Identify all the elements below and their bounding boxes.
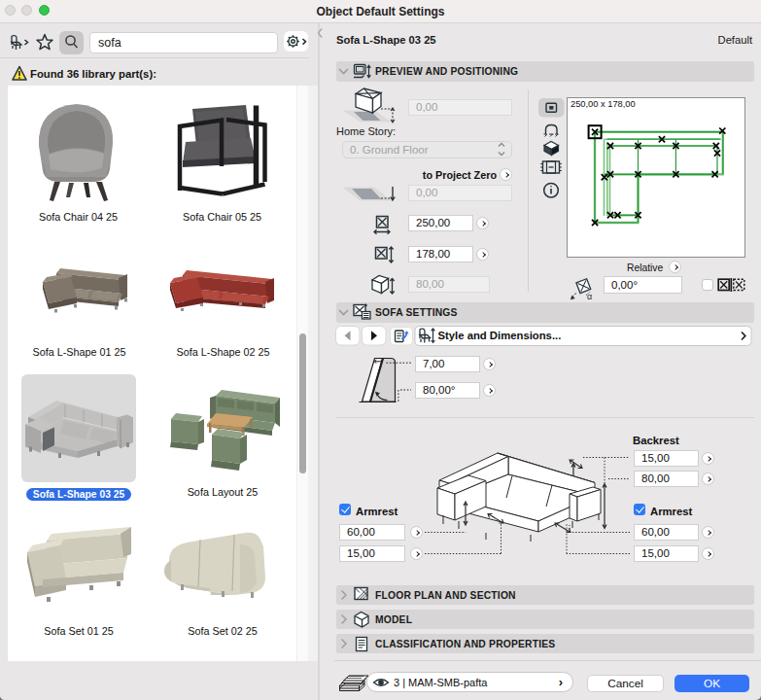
svg-text:α: α — [587, 292, 592, 301]
svg-text:Style and Dimensions...: Style and Dimensions... — [438, 330, 562, 341]
